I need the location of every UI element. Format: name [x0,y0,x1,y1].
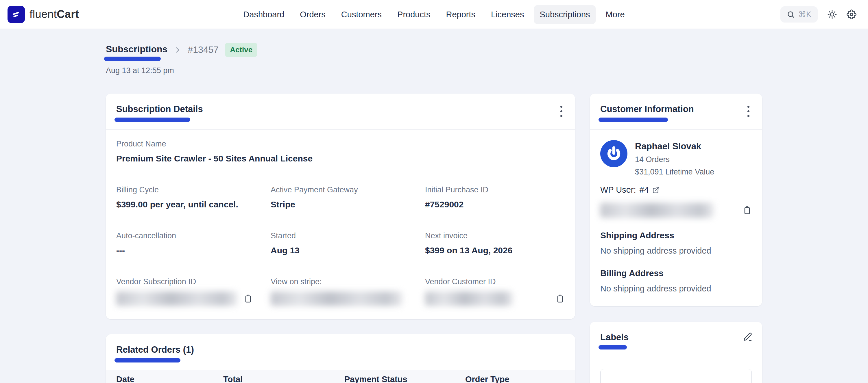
field-payment-gateway: Active Payment Gateway Stripe [271,185,425,209]
redacted-stripe-link[interactable] [271,291,402,306]
nav-item-customers[interactable]: Customers [335,5,388,24]
field-started: Started Aug 13 [271,231,425,255]
nav-item-licenses[interactable]: Licenses [485,5,530,24]
nav-item-products[interactable]: Products [392,5,436,24]
nav-item-dashboard[interactable]: Dashboard [237,5,290,24]
breadcrumb: Subscriptions #13457 Active Aug 13 at 12… [106,43,762,75]
customer-lifetime-value: $31,091 Lifetime Value [635,168,714,176]
field-auto-cancellation: Auto-cancellation --- [116,231,271,255]
nav-item-orders[interactable]: Orders [294,5,331,24]
customer-information-card: Customer Information [590,94,762,306]
search-icon [787,10,795,19]
column-total: Total [223,375,344,383]
labels-title: Labels [600,332,628,349]
redacted-vendor-customer-id [425,291,513,306]
clipboard-icon [244,294,253,303]
search-shortcut: ⌘K [798,10,811,19]
highlight-bar [598,117,668,122]
subscription-details-title: Subscription Details [116,104,203,122]
shipping-address-value: No shipping address provided [600,246,752,256]
nav-item-more[interactable]: More [600,5,631,24]
customer-information-title: Customer Information [600,104,694,122]
field-initial-purchase-id: Initial Purchase ID #7529002 [425,185,565,209]
subscription-details-menu-button[interactable] [556,103,566,119]
field-vendor-subscription-id: Vendor Subscription ID [116,277,271,306]
column-order-type: Order Type [465,375,565,383]
wp-user-label: WP User: [600,185,636,195]
subscription-id: #13457 [188,44,219,55]
product-name-label: Product Name [116,140,565,148]
billing-address-heading: Billing Address [600,268,752,278]
main-nav: Dashboard Orders Customers Products Repo… [237,0,630,29]
gear-icon [847,9,857,20]
field-billing-cycle: Billing Cycle $399.00 per year, until ca… [116,185,271,209]
customer-email-row [600,203,752,218]
customer-avatar [600,140,627,167]
highlight-bar [115,358,180,362]
highlight-bar [598,345,627,349]
nav-item-reports[interactable]: Reports [440,5,481,24]
customer-menu-button[interactable] [743,103,753,119]
highlight-bar [115,117,190,122]
redacted-vendor-subscription-id [116,291,237,306]
related-orders-title: Related Orders (1) [116,345,194,362]
clipboard-icon [743,206,752,215]
orders-table-header: Date Total Payment Status Order Type [106,370,575,383]
edit-labels-button[interactable] [743,332,752,342]
nav-item-subscriptions[interactable]: Subscriptions [534,5,596,24]
related-orders-card: Related Orders (1) Date Total Payment St… [106,334,575,383]
settings-button[interactable] [847,9,857,20]
product-field: Product Name Premium Site Crawler - 50 S… [116,140,565,164]
field-view-on-stripe: View on stripe: [271,277,425,306]
brand-name: fluentCart [30,8,79,21]
customer-name: Raphael Slovak [635,141,714,152]
subscription-datetime: Aug 13 at 12:55 pm [106,66,762,75]
shipping-address-heading: Shipping Address [600,231,752,240]
customer-order-count: 14 Orders [635,155,714,164]
labels-card: Labels [590,322,762,383]
sun-icon [828,10,837,19]
external-link-icon[interactable] [652,186,660,194]
top-actions: ⌘K [780,6,861,23]
billing-address-value: No shipping address provided [600,284,752,293]
column-date: Date [116,375,223,383]
fluentcart-logo-icon [7,6,25,23]
copy-vendor-subscription-id-button[interactable] [244,294,253,303]
theme-toggle-button[interactable] [828,10,837,19]
status-badge: Active [225,43,257,57]
clipboard-icon [555,294,565,303]
column-payment-status: Payment Status [344,375,465,383]
product-name-value: Premium Site Crawler - 50 Sites Annual L… [116,154,565,164]
subscription-details-card: Subscription Details Product Name Premiu… [106,94,575,319]
pencil-icon [743,332,752,342]
customer-summary: Raphael Slovak 14 Orders $31,091 Lifetim… [635,140,714,176]
redacted-customer-email [600,203,714,218]
copy-vendor-customer-id-button[interactable] [555,294,565,303]
wp-user-line: WP User: #4 [600,185,752,195]
search-button[interactable]: ⌘K [780,6,818,23]
highlight-bar [104,57,161,61]
brand-logo[interactable]: fluentCart [7,6,79,23]
chevron-right-icon [174,46,181,54]
copy-email-button[interactable] [743,206,752,215]
field-next-invoice: Next invoice $399 on 13 Aug, 2026 [425,231,565,255]
breadcrumb-subscriptions-link[interactable]: Subscriptions [106,44,167,61]
labels-input[interactable] [600,369,752,383]
wp-user-id-link[interactable]: #4 [640,185,649,195]
field-vendor-customer-id: Vendor Customer ID [425,277,565,306]
top-bar: fluentCart Dashboard Orders Customers Pr… [0,0,868,29]
